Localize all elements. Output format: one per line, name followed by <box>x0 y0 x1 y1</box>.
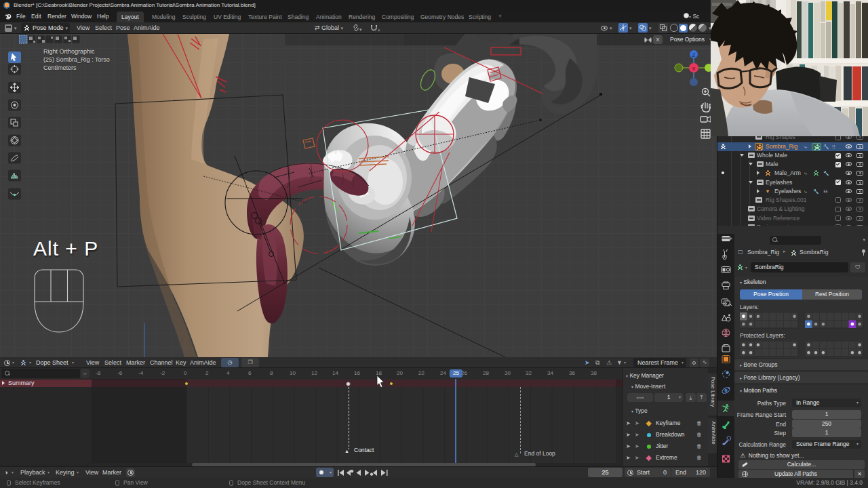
svg-text:Z: Z <box>692 52 696 58</box>
svg-text:X: X <box>692 66 696 72</box>
